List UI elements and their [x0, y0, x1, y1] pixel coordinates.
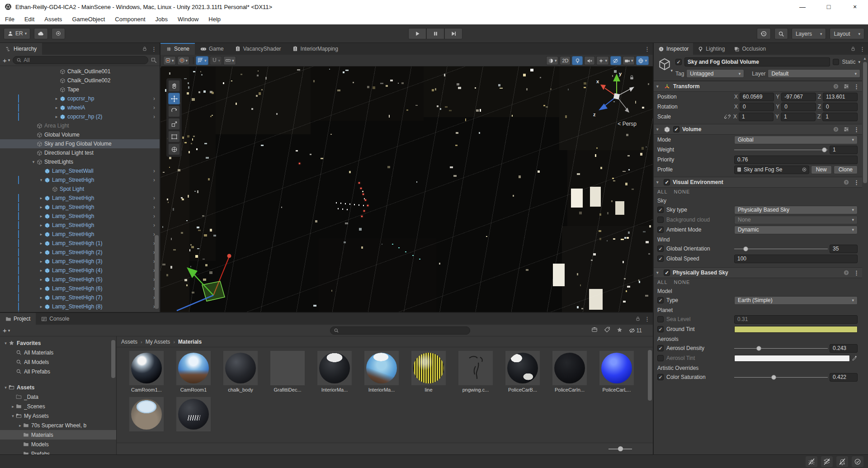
- physically-based-sky-checkbox[interactable]: ✓: [664, 269, 670, 276]
- foldout-icon[interactable]: ▸: [53, 105, 60, 110]
- color-saturation-slider[interactable]: [734, 373, 828, 382]
- hand-tool-button[interactable]: [168, 80, 180, 92]
- breadcrumb-segment[interactable]: Materials: [178, 339, 202, 345]
- scene-visibility-button[interactable]: [610, 56, 621, 65]
- scene-viewport[interactable]: y x z < Persp: [160, 66, 653, 312]
- step-button[interactable]: [444, 28, 462, 39]
- tab-interiormapping[interactable]: InteriorMapping: [287, 43, 344, 55]
- aerosol-density-checkbox[interactable]: ✓: [657, 345, 664, 351]
- scale-tool-button[interactable]: [168, 118, 180, 130]
- prefab-open-icon[interactable]: ›: [153, 113, 155, 120]
- hierarchy-item[interactable]: ▸copcrsr_hp (2)›: [0, 112, 160, 121]
- menu-gameobject[interactable]: GameObject: [67, 14, 110, 24]
- asset-item[interactable]: [127, 397, 166, 440]
- camera-settings-button[interactable]: ▾: [623, 56, 635, 65]
- prefab-open-icon[interactable]: ›: [153, 213, 155, 219]
- panel-menu-icon[interactable]: ⋮: [644, 316, 650, 322]
- lock-icon[interactable]: [635, 316, 641, 321]
- project-tree-item[interactable]: ▾My Assets: [0, 411, 116, 421]
- ground-tint-checkbox[interactable]: ✓: [657, 326, 664, 332]
- tab-console[interactable]: Console: [36, 313, 75, 325]
- active-checkbox[interactable]: ✓: [675, 59, 682, 65]
- tab-project[interactable]: Project: [0, 313, 36, 325]
- asset-item[interactable]: PoliceCarIn...: [550, 351, 590, 393]
- hierarchy-item[interactable]: ▸Lamp_StreetHigh›: [0, 230, 160, 239]
- mode-dropdown[interactable]: Global▾: [734, 136, 858, 144]
- panel-menu-icon[interactable]: ⋮: [859, 46, 865, 52]
- all-button[interactable]: ALL: [657, 279, 668, 285]
- global-orientation-checkbox[interactable]: ✓: [657, 246, 664, 252]
- gameobject-name-field[interactable]: Sky and Fog Global Volume: [684, 57, 830, 66]
- volume-header[interactable]: ▾ ✓ Volume ? ⋮: [654, 124, 862, 135]
- menu-assets[interactable]: Assets: [39, 14, 67, 24]
- asset-item[interactable]: InteriorMa...: [362, 351, 401, 393]
- background-clouds-dropdown[interactable]: None▾: [734, 216, 858, 224]
- hierarchy-item[interactable]: ▸Lamp_StreetHigh (1)›: [0, 239, 160, 248]
- bug-disabled-icon[interactable]: [806, 456, 817, 467]
- visual-environment-checkbox[interactable]: ✓: [664, 179, 670, 185]
- scroll-up-icon[interactable]: ▲: [863, 57, 867, 61]
- profile-new-button[interactable]: New: [811, 165, 832, 174]
- layout-dropdown[interactable]: Layout▾: [830, 28, 864, 39]
- transform-header[interactable]: ▾ Transform ? ⋮: [654, 81, 862, 92]
- rotation-z-field[interactable]: 0: [823, 103, 858, 111]
- audio-mute-button[interactable]: [584, 56, 595, 65]
- breadcrumb-segment[interactable]: My Assets: [146, 339, 170, 345]
- color-saturation-checkbox[interactable]: ✓: [657, 374, 664, 380]
- star-button[interactable]: [617, 327, 623, 334]
- layers-dropdown[interactable]: Layers▾: [792, 28, 826, 39]
- weight-slider[interactable]: [734, 146, 828, 154]
- hierarchy-item[interactable]: ▸Lamp_StreetHigh›: [0, 203, 160, 212]
- none-button[interactable]: NONE: [674, 189, 690, 194]
- project-tree-item[interactable]: ▸_Scenes: [0, 402, 116, 411]
- breadcrumb-segment[interactable]: Assets: [121, 339, 137, 345]
- hierarchy-item[interactable]: Lamp_StreetWall›: [0, 166, 160, 175]
- scale-z-field[interactable]: 1: [822, 113, 858, 121]
- background-clouds-checkbox[interactable]: [657, 217, 664, 223]
- rect-tool-button[interactable]: [168, 131, 180, 142]
- asset-item[interactable]: CamRoom1...: [127, 351, 166, 393]
- weight-field[interactable]: 1: [830, 146, 858, 154]
- help-icon[interactable]: ?: [833, 83, 839, 90]
- transform-tool-button[interactable]: [168, 143, 180, 155]
- rotation-x-field[interactable]: 0: [740, 103, 774, 111]
- type-dropdown[interactable]: Earth (Simple)▾: [734, 296, 858, 305]
- tool-pivot-button[interactable]: ▾: [163, 56, 176, 65]
- foldout-icon[interactable]: ▾: [3, 341, 9, 345]
- magnet-snap-button[interactable]: ▾: [210, 56, 222, 65]
- hierarchy-item[interactable]: Tape: [0, 85, 160, 94]
- tag-dropdown[interactable]: Untagged▾: [686, 69, 744, 78]
- prefab-open-icon[interactable]: ›: [153, 204, 155, 210]
- foldout-icon[interactable]: ▸: [38, 196, 44, 200]
- project-tree-item[interactable]: ▸70s Supercar Wheel, b: [0, 421, 116, 430]
- lock-icon[interactable]: [850, 46, 856, 52]
- hierarchy-item[interactable]: ▸wheelA›: [0, 103, 160, 112]
- asset-item[interactable]: PoliceCarB...: [503, 351, 542, 393]
- foldout-icon[interactable]: ▸: [38, 277, 44, 282]
- close-button[interactable]: ×: [842, 0, 868, 14]
- move-gizmo[interactable]: [170, 246, 243, 312]
- aerosol-tint-swatch[interactable]: [734, 355, 850, 362]
- inspector-scrollbar[interactable]: [863, 62, 867, 183]
- hierarchy-item[interactable]: ▸Lamp_StreetHigh (6)›: [0, 284, 160, 293]
- foldout-icon[interactable]: ▸: [38, 286, 44, 291]
- foldout-icon[interactable]: ▸: [10, 404, 16, 409]
- search-button[interactable]: [774, 28, 788, 39]
- foldout-icon[interactable]: ▾: [10, 414, 16, 418]
- project-tree-item[interactable]: Materials: [0, 430, 116, 440]
- project-tree-item[interactable]: Models: [0, 440, 116, 449]
- asset-item[interactable]: pngwing.c...: [456, 351, 495, 393]
- visual-environment-header[interactable]: ▾ ✓ Visual Environment ? ⋮: [654, 177, 862, 188]
- position-z-field[interactable]: 113.601: [823, 93, 858, 101]
- aerosol-density-field[interactable]: 0.243: [830, 344, 858, 353]
- hierarchy-item[interactable]: ▸Lamp_StreetHigh (2)›: [0, 248, 160, 257]
- hierarchy-item[interactable]: Chalk_Outline001: [0, 67, 160, 76]
- asset-item[interactable]: PoliceCarL...: [597, 351, 637, 393]
- notifications-disabled-icon[interactable]: [836, 456, 848, 467]
- ambient-mode-checkbox[interactable]: ✓: [657, 227, 664, 233]
- foldout-icon[interactable]: ▸: [38, 214, 44, 218]
- undo-history-button[interactable]: [757, 28, 771, 39]
- priority-field[interactable]: 0.76: [734, 156, 858, 164]
- layer-dropdown[interactable]: Default▾: [768, 69, 860, 78]
- gizmos-button[interactable]: ▾: [636, 56, 649, 65]
